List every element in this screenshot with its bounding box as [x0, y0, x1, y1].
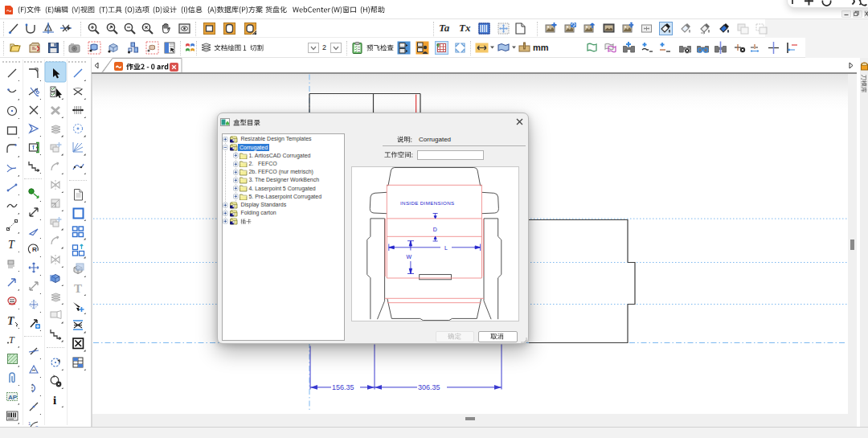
- svg-text:W: W: [407, 254, 412, 260]
- svg-text:T: T: [7, 315, 15, 327]
- svg-text:AP: AP: [8, 394, 18, 401]
- svg-text:D: D: [433, 227, 437, 232]
- svg-text:T: T: [8, 239, 15, 251]
- svg-text:i: i: [53, 394, 56, 407]
- svg-text:1: 1: [28, 421, 31, 426]
- svg-text:INSIDE DIMENSIONS: INSIDE DIMENSIONS: [400, 200, 455, 206]
- svg-text:L: L: [444, 245, 448, 251]
- svg-text:306.35: 306.35: [418, 383, 440, 391]
- svg-text:156.35: 156.35: [332, 383, 354, 391]
- svg-text:T: T: [9, 334, 15, 346]
- svg-text:T: T: [74, 281, 82, 294]
- svg-text:R: R: [32, 246, 37, 253]
